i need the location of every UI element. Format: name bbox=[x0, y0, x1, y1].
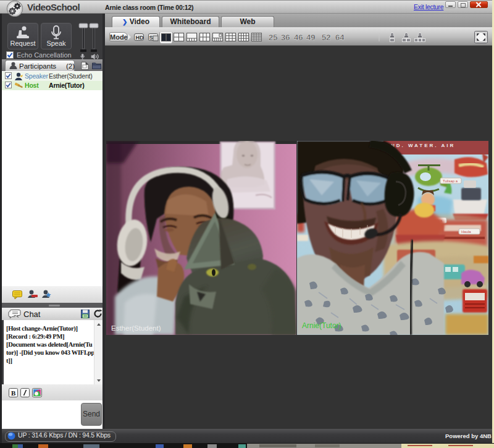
svg-text:HD: HD bbox=[136, 35, 144, 41]
svg-text:25: 25 bbox=[269, 33, 277, 42]
svg-text:Arnie(Tutor): Arnie(Tutor) bbox=[302, 321, 341, 330]
svg-text:36: 36 bbox=[281, 33, 290, 42]
svg-text:46: 46 bbox=[294, 33, 303, 42]
svg-text:ND. WATER. AIR: ND. WATER. AIR bbox=[391, 143, 455, 148]
svg-text:52: 52 bbox=[322, 33, 330, 42]
svg-text:Tulisap a: Tulisap a bbox=[443, 179, 458, 183]
svg-text:Haula: Haula bbox=[461, 230, 471, 234]
svg-text:64: 64 bbox=[335, 33, 345, 42]
svg-text:Esther(Student): Esther(Student) bbox=[111, 324, 161, 332]
svg-text:49: 49 bbox=[306, 33, 315, 42]
svg-text:B: B bbox=[11, 389, 16, 397]
